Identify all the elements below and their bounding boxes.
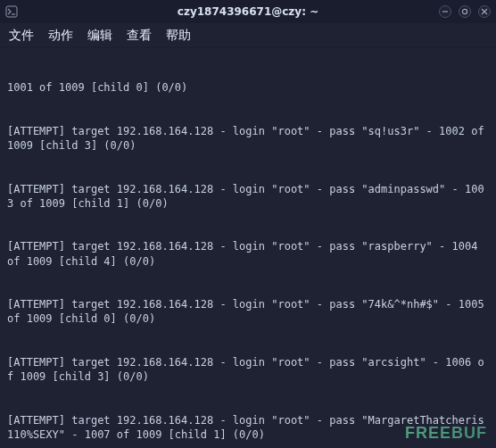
- output-line: [ATTEMPT] target 192.168.164.128 - login…: [7, 239, 489, 268]
- menu-help[interactable]: 帮助: [166, 28, 191, 44]
- output-line: [ATTEMPT] target 192.168.164.128 - login…: [7, 182, 489, 211]
- menu-edit[interactable]: 编辑: [87, 28, 112, 44]
- output-line: [ATTEMPT] target 192.168.164.128 - login…: [7, 355, 489, 384]
- output-line: [ATTEMPT] target 192.168.164.128 - login…: [7, 297, 489, 326]
- menu-view[interactable]: 查看: [127, 28, 152, 44]
- maximize-button[interactable]: [459, 5, 471, 18]
- minimize-button[interactable]: [439, 5, 451, 18]
- terminal-output[interactable]: 1001 of 1009 [child 0] (0/0) [ATTEMPT] t…: [0, 48, 496, 448]
- output-line: 1001 of 1009 [child 0] (0/0): [7, 80, 489, 95]
- svg-point-3: [462, 9, 467, 13]
- window-title: czy1874396671@czy: ~: [0, 5, 496, 18]
- output-line: [ATTEMPT] target 192.168.164.128 - login…: [7, 413, 489, 442]
- menu-file[interactable]: 文件: [9, 28, 34, 44]
- output-line: [ATTEMPT] target 192.168.164.128 - login…: [7, 124, 489, 153]
- titlebar: czy1874396671@czy: ~: [0, 0, 496, 23]
- menu-actions[interactable]: 动作: [48, 28, 73, 44]
- menubar: 文件 动作 编辑 查看 帮助: [0, 23, 496, 48]
- window-controls: [439, 5, 491, 18]
- close-button[interactable]: [478, 5, 491, 18]
- app-icon: [0, 5, 23, 18]
- svg-rect-0: [6, 6, 17, 17]
- terminal-window: czy1874396671@czy: ~ 文件 动作 编辑 查看 帮助 1001…: [0, 0, 496, 448]
